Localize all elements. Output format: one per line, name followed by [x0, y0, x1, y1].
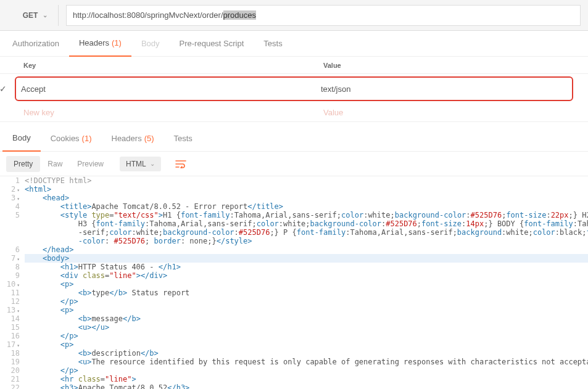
headers-row-highlight: ✓ Accept text/json: [15, 76, 573, 101]
url-prefix: http://localhost:8080/springMvcNext/orde…: [73, 10, 223, 20]
tab-headers[interactable]: Headers (1): [69, 31, 131, 57]
tab-tests[interactable]: Tests: [254, 31, 292, 57]
code-body[interactable]: <!DOCTYPE html><html> <head> <title>Apac…: [25, 176, 588, 389]
response-body-code[interactable]: 12345678910111213141516171819202122 <!DO…: [0, 176, 588, 389]
wrap-lines-icon[interactable]: [172, 156, 189, 172]
new-header-key[interactable]: New key: [19, 108, 318, 117]
col-value: Value: [318, 62, 588, 69]
resp-tab-headers[interactable]: Headers (5): [102, 126, 164, 152]
fmt-raw-button[interactable]: Raw: [40, 156, 70, 172]
response-lang-selector[interactable]: HTML⌄: [120, 157, 161, 171]
headers-table-header: Key Value: [0, 57, 588, 74]
col-key: Key: [19, 62, 318, 69]
request-tabs: AuthorizationHeaders (1)BodyPre-request …: [0, 31, 588, 57]
response-tabs: BodyCookies (1)Headers (5)Tests: [0, 126, 588, 152]
tab-authorization[interactable]: Authorization: [2, 31, 69, 57]
http-method-label: GET: [23, 11, 38, 20]
chevron-down-icon: ⌄: [43, 12, 48, 18]
resp-tab-body[interactable]: Body: [2, 126, 41, 152]
resp-tab-tests[interactable]: Tests: [164, 126, 202, 152]
code-gutter: 12345678910111213141516171819202122: [0, 176, 25, 389]
header-value[interactable]: text/json: [316, 84, 572, 94]
fmt-pretty-button[interactable]: Pretty: [6, 156, 40, 172]
request-topbar: GET ⌄ http://localhost:8080/springMvcNex…: [0, 0, 588, 31]
header-row[interactable]: ✓ Accept text/json: [16, 78, 572, 100]
tab-body[interactable]: Body: [131, 31, 170, 57]
tab-pre-request-script[interactable]: Pre-request Script: [170, 31, 254, 57]
header-row-checkbox[interactable]: ✓: [1, 78, 5, 100]
resp-tab-cookies[interactable]: Cookies (1): [41, 126, 102, 152]
header-key[interactable]: Accept: [16, 84, 316, 94]
new-header-value[interactable]: Value: [318, 108, 588, 117]
url-highlight: produces: [223, 10, 256, 20]
http-method-selector[interactable]: GET ⌄: [12, 5, 59, 26]
fmt-preview-button[interactable]: Preview: [70, 156, 111, 172]
chevron-down-icon: ⌄: [150, 160, 155, 167]
new-header-row[interactable]: New key Value: [0, 104, 588, 122]
response-format-bar: PrettyRawPreviewHTML⌄: [0, 152, 588, 176]
url-input[interactable]: http://localhost:8080/springMvcNext/orde…: [66, 5, 581, 26]
